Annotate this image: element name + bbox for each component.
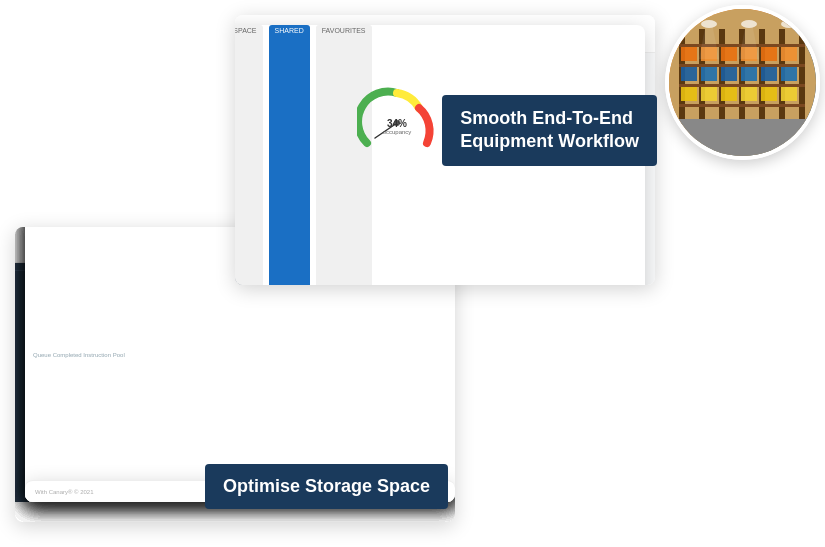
svg-rect-12 xyxy=(679,104,805,107)
svg-point-31 xyxy=(701,20,717,28)
headline-bottom-text: Optimise Storage Space xyxy=(223,476,430,497)
svg-point-32 xyxy=(741,20,757,28)
headline-top: Smooth End-To-End Equipment Workflow xyxy=(442,95,657,166)
page-container: canary 7 MY SPACE SHARED FAVOURITES Loca… xyxy=(0,0,825,547)
svg-rect-23 xyxy=(761,67,777,81)
nav-pill-shared[interactable]: SHARED xyxy=(269,25,310,285)
gauge-chart: 34% occupancy xyxy=(357,83,437,163)
svg-point-33 xyxy=(781,20,797,28)
svg-rect-10 xyxy=(679,64,805,67)
svg-rect-25 xyxy=(681,87,697,101)
svg-rect-27 xyxy=(721,87,737,101)
svg-rect-28 xyxy=(741,87,757,101)
svg-rect-29 xyxy=(761,87,777,101)
top-header-bar: canary 7 MY SPACE SHARED FAVOURITES xyxy=(235,15,655,53)
gauge-sub: occupancy xyxy=(383,129,412,135)
svg-rect-17 xyxy=(761,47,777,61)
footer-text: With Canary® © 2021 xyxy=(35,489,94,495)
svg-rect-22 xyxy=(741,67,757,81)
svg-rect-11 xyxy=(679,84,805,87)
svg-rect-13 xyxy=(681,47,697,61)
svg-rect-30 xyxy=(781,87,797,101)
svg-rect-15 xyxy=(721,47,737,61)
warehouse-photo xyxy=(665,5,820,160)
gauge-label: 34% occupancy xyxy=(383,118,412,135)
headline-top-text: Smooth End-To-End Equipment Workflow xyxy=(460,107,639,154)
svg-rect-20 xyxy=(701,67,717,81)
bottom-sidebar: 🔍 Search all Menu Location Occupancy Loc… xyxy=(15,263,115,502)
svg-rect-26 xyxy=(701,87,717,101)
svg-rect-18 xyxy=(781,47,797,61)
svg-rect-21 xyxy=(721,67,737,81)
headline-bottom: Optimise Storage Space xyxy=(205,464,448,509)
svg-rect-19 xyxy=(681,67,697,81)
svg-rect-1 xyxy=(669,119,816,156)
nav-pill-myspace[interactable]: MY SPACE xyxy=(235,25,263,285)
svg-rect-24 xyxy=(781,67,797,81)
warehouse-image xyxy=(669,9,816,156)
gauge-value: 34% xyxy=(383,118,412,129)
